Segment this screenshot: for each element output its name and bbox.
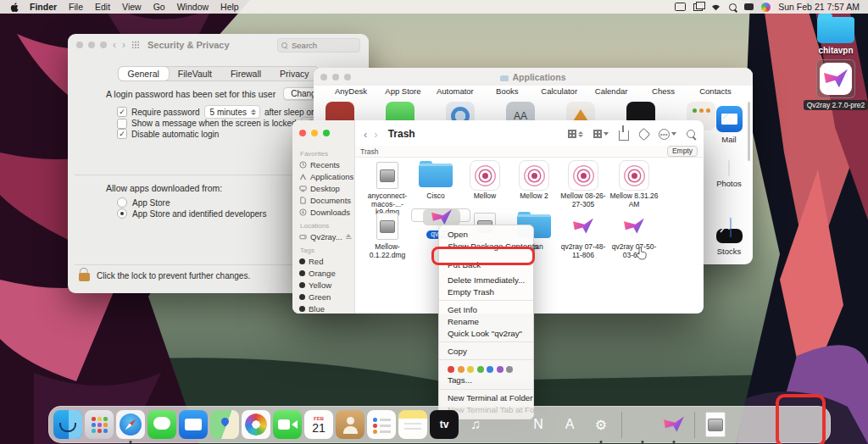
checkbox-checked[interactable]: ✓ — [117, 107, 127, 117]
empty-trash-button[interactable]: Empty — [667, 146, 698, 157]
file-mellow-08[interactable]: Mellow 08-26-27-305 — [559, 159, 608, 208]
app-label-calendar[interactable]: Calendar — [586, 86, 637, 96]
sidebar-item-qv2ray-volume[interactable]: Qv2ray... — [292, 230, 354, 242]
radio-selected[interactable] — [117, 208, 127, 219]
sidebar-tag-blue[interactable]: Blue — [292, 302, 354, 314]
dock-launchpad[interactable] — [85, 410, 114, 439]
app-label-chess[interactable]: Chess — [638, 86, 689, 96]
app-label-contacts[interactable]: Contacts — [690, 86, 741, 96]
menu-item-tags[interactable]: Tags... — [439, 375, 533, 386]
tag-blue-icon[interactable] — [487, 366, 493, 373]
app-label-anydesk[interactable]: AnyDesk — [326, 86, 376, 96]
dock-tv[interactable]: tv — [430, 410, 459, 439]
more-actions-icon[interactable]: ••• — [659, 129, 676, 140]
wifi-icon[interactable] — [710, 3, 721, 11]
app-label-automator[interactable]: Automator — [430, 86, 481, 96]
zoom-button[interactable] — [323, 130, 330, 136]
forward-icon[interactable]: › — [122, 40, 125, 50]
app-label-calculator[interactable]: Calculator — [534, 86, 585, 96]
dock-finder[interactable] — [53, 410, 82, 439]
menubar-item-help[interactable]: Help — [214, 2, 245, 12]
desktop-icon-qv2ray[interactable]: Qv2ray 2.7.0-pre2 — [811, 59, 860, 110]
file-qv2ray-0750[interactable]: qv2ray 07-50-03-692 — [609, 210, 659, 259]
desktop-icon-chitavpn[interactable]: chitavpn — [811, 17, 860, 55]
tab-privacy[interactable]: Privacy — [270, 67, 318, 80]
scrollbar[interactable] — [748, 102, 750, 161]
screen-mirroring-icon[interactable] — [675, 3, 686, 11]
sidebar-tag-yellow[interactable]: Yellow — [292, 279, 354, 291]
dock-music[interactable]: ♫ — [461, 410, 490, 439]
security-titlebar[interactable]: ‹ › Security & Privacy — [68, 34, 369, 56]
checkbox-unchecked[interactable] — [117, 119, 127, 129]
input-source-icon[interactable] — [744, 3, 754, 10]
tab-firewall[interactable]: Firewall — [221, 67, 270, 80]
sidebar-item-desktop[interactable]: Desktop — [292, 182, 354, 194]
menu-item-rename[interactable]: Rename — [439, 315, 533, 327]
tab-general[interactable]: General — [118, 67, 168, 80]
applications-titlebar[interactable]: Applications — [314, 68, 753, 86]
sidebar-tag-green[interactable]: Green — [292, 291, 354, 302]
search-icon[interactable] — [687, 130, 695, 138]
tag-purple-icon[interactable] — [497, 366, 504, 373]
dock-disk-image[interactable] — [701, 410, 730, 439]
menubar-item-window[interactable]: Window — [171, 2, 214, 12]
tag-orange-icon[interactable] — [458, 366, 465, 373]
dock-messages[interactable] — [147, 410, 176, 439]
sidebar-item-downloads[interactable]: Downloads — [292, 206, 354, 218]
menu-item-new-terminal[interactable]: New Terminal at Folder — [439, 392, 533, 404]
menubar-item-file[interactable]: File — [63, 2, 89, 12]
close-button[interactable] — [299, 130, 306, 136]
sidebar-item-documents[interactable]: Documents — [292, 194, 354, 206]
sidebar-tag-red[interactable]: Red — [292, 255, 354, 267]
search-field[interactable] — [277, 38, 360, 53]
sidebar-item-applications[interactable]: Applications — [292, 170, 354, 182]
dock-notes[interactable] — [398, 410, 427, 439]
tag-yellow-icon[interactable] — [467, 366, 474, 373]
back-icon[interactable]: ‹ — [113, 40, 116, 50]
menubar-clock[interactable]: Sun Feb 21 7:57 AM — [778, 2, 860, 12]
file-mellow-dmg[interactable]: Mellow-0.1.22.dmg — [363, 210, 412, 259]
menu-item-get-info[interactable]: Get Info — [439, 303, 533, 315]
tag-green-icon[interactable] — [477, 366, 484, 373]
menu-item-copy[interactable]: Copy — [439, 345, 533, 357]
tag-red-icon[interactable] — [448, 366, 454, 373]
dock-reminders[interactable] — [367, 410, 396, 439]
menubar-item-go[interactable]: Go — [147, 2, 171, 12]
menu-item-quick-look[interactable]: Quick Look "qv2ray" — [439, 327, 533, 339]
dock-mail[interactable] — [179, 410, 208, 439]
app-item-stocks[interactable]: Stocks — [705, 214, 753, 256]
menubar-item-edit[interactable]: Edit — [89, 2, 116, 12]
group-by-icon[interactable] — [593, 130, 609, 138]
window-controls[interactable] — [76, 42, 107, 48]
minimize-button[interactable] — [88, 42, 95, 48]
dock-maps[interactable] — [210, 410, 239, 439]
dock-qv2ray[interactable] — [659, 410, 688, 439]
forward-icon[interactable]: › — [374, 129, 377, 140]
file-cisco-folder[interactable]: Cisco — [411, 159, 460, 201]
dock-news[interactable]: N — [524, 410, 553, 439]
apple-menu[interactable] — [8, 2, 24, 12]
file-mellow-2[interactable]: Mellow 2 — [509, 159, 559, 201]
file-mellow-831[interactable]: Mellow 8.31.26 AM — [609, 159, 659, 208]
show-all-icon[interactable] — [131, 41, 140, 49]
window-controls[interactable] — [299, 130, 330, 136]
user-circle-icon[interactable] — [761, 3, 771, 12]
dock-facetime[interactable] — [273, 410, 302, 439]
sidebar-tag-orange[interactable]: Orange — [292, 267, 354, 279]
dock-downloads-stack[interactable] — [732, 410, 761, 439]
spotlight-icon[interactable] — [729, 3, 737, 11]
dock-podcasts[interactable] — [492, 410, 521, 439]
tag-icon[interactable] — [639, 130, 648, 139]
dock-system-preferences[interactable]: ⚙ — [587, 410, 615, 439]
search-input[interactable] — [290, 40, 356, 51]
file-qv2ray-0748[interactable]: qv2ray 07-48-11-806 — [559, 210, 608, 259]
dock-calendar[interactable]: FEB21 — [304, 410, 333, 439]
stage-windows-icon[interactable] — [693, 3, 703, 11]
dock-app-store[interactable]: A — [555, 410, 584, 439]
file-mellow[interactable]: Mellow — [460, 159, 509, 201]
menu-item-empty-trash[interactable]: Empty Trash — [439, 286, 533, 297]
menubar-item-finder[interactable]: Finder — [24, 2, 63, 12]
sidebar-item-recents[interactable]: Recents — [292, 158, 354, 170]
tab-filevault[interactable]: FileVault — [169, 67, 221, 80]
app-label-books[interactable]: Books — [481, 86, 532, 96]
